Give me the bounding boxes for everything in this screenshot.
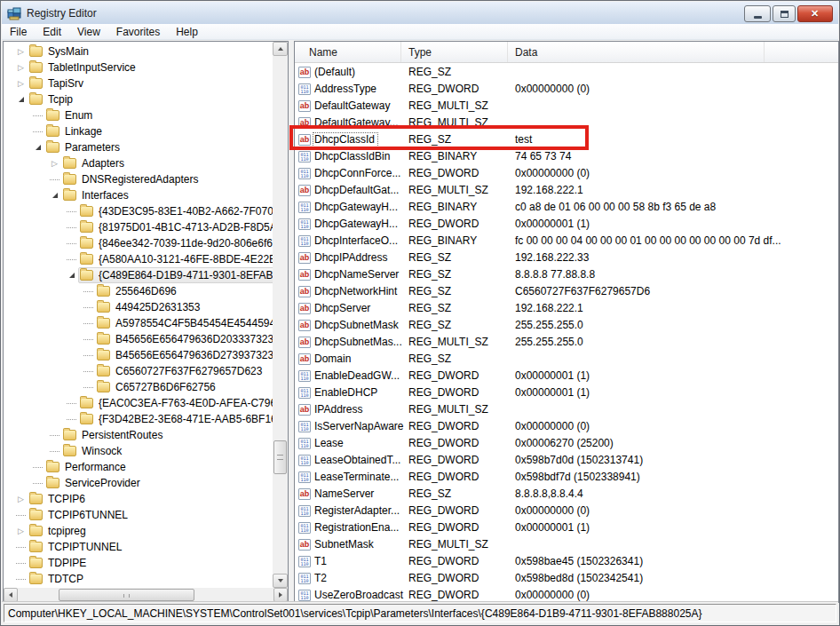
tree-item-449425d2631353[interactable]: 449425D2631353 bbox=[4, 299, 273, 315]
tree-item-tcpiptunnel[interactable]: TCPIPTUNNEL bbox=[4, 539, 273, 555]
tree-item-b45656e656479636d203337323[interactable]: B45656E656479636D203337323 bbox=[4, 331, 273, 347]
value-row-leaseterminate[interactable]: 011110LeaseTerminate...REG_DWORD0x598bdf… bbox=[295, 469, 838, 486]
tree-item-tabletinputservice[interactable]: TabletInputService bbox=[4, 59, 273, 75]
tree-item-label: {EAC0C3EA-F763-4E0D-AFEA-C796A3A bbox=[98, 397, 273, 409]
tree-item-tcpipreg[interactable]: tcpipreg bbox=[4, 523, 273, 539]
value-row-ipaddress[interactable]: abIPAddressREG_MULTI_SZ bbox=[295, 401, 838, 418]
tree-item-c489e864-d1b9-4711-9301-8efab888[interactable]: {C489E864-D1B9-4711-9301-8EFAB888 bbox=[4, 267, 273, 283]
tree-item-81975d01-4b1c-4713-ad2b-f8d5a90[interactable]: {81975D01-4B1C-4713-AD2B-F8D5A90 bbox=[4, 219, 273, 235]
value-row-defaultgateway[interactable]: abDefaultGatewayREG_MULTI_SZ bbox=[295, 98, 838, 115]
tree-item-a5978554c4f5b45454e454459434f5[interactable]: A5978554C4F5B45454E454459434F5 bbox=[4, 315, 273, 331]
value-row-registeradapter[interactable]: 011110RegisterAdapter...REG_DWORD0x00000… bbox=[295, 503, 838, 519]
tree-expander-icon[interactable] bbox=[14, 495, 28, 503]
column-header-data[interactable]: Data bbox=[508, 42, 765, 62]
close-button[interactable] bbox=[797, 5, 833, 22]
menu-view[interactable]: View bbox=[69, 25, 108, 39]
value-row-default[interactable]: ab(Default)REG_SZ bbox=[295, 64, 838, 81]
tree-expander-icon[interactable] bbox=[14, 97, 28, 102]
tree-expander-icon[interactable] bbox=[14, 527, 28, 535]
value-row-nameserver[interactable]: abNameServerREG_SZ8.8.8.8,8.8.4.4 bbox=[295, 486, 838, 503]
tree-item-tcpip[interactable]: Tcpip bbox=[4, 91, 273, 107]
menu-edit[interactable]: Edit bbox=[35, 25, 69, 39]
tree-item-performance[interactable]: Performance bbox=[4, 459, 273, 475]
tree-item-f3d42be2-3e68-471e-aab5-6bf16d5e[interactable]: {F3D42BE2-3E68-471E-AAB5-6BF16D5E bbox=[4, 411, 273, 427]
vertical-scroll-thumb[interactable] bbox=[273, 440, 287, 474]
menu-help[interactable]: Help bbox=[168, 25, 206, 39]
value-row-dhcpsubnetmask[interactable]: abDhcpSubnetMaskREG_SZ255.255.255.0 bbox=[295, 317, 838, 334]
menu-file[interactable]: File bbox=[2, 25, 35, 39]
tree-item-tcpip6tunnel[interactable]: TCPIP6TUNNEL bbox=[4, 507, 273, 523]
tree-expander-icon[interactable] bbox=[14, 64, 28, 72]
tree-expander-icon[interactable] bbox=[48, 193, 61, 198]
value-row-dhcpipaddress[interactable]: abDhcpIPAddressREG_SZ192.168.222.33 bbox=[295, 250, 838, 266]
tree-item-c6560727f637f6279657d623[interactable]: C6560727F637F6279657D623 bbox=[4, 363, 273, 379]
tree-expander-icon[interactable] bbox=[48, 160, 61, 168]
value-row-leaseobtainedt[interactable]: 011110LeaseObtainedT...REG_DWORD0x598b7d… bbox=[295, 452, 838, 469]
tree-expander-icon[interactable] bbox=[14, 48, 28, 56]
value-row-enabledhcp[interactable]: 011110EnableDHCPREG_DWORD0x00000001 (1) bbox=[295, 384, 838, 401]
registry-editor-icon[interactable] bbox=[7, 6, 21, 20]
value-row-defaultgateway[interactable]: abDefaultGateway...REG_MULTI_SZ bbox=[295, 115, 838, 131]
tree-item-label: SysMain bbox=[47, 45, 89, 58]
value-row-isservernapaware[interactable]: 011110IsServerNapAwareREG_DWORD0x0000000… bbox=[295, 418, 838, 435]
tree-expander-icon[interactable] bbox=[14, 80, 28, 88]
tree-item-tdpipe[interactable]: TDPIPE bbox=[4, 555, 273, 571]
tree-item-interfaces[interactable]: Interfaces bbox=[4, 187, 273, 203]
scroll-up-button[interactable] bbox=[273, 42, 288, 56]
tree-item-eac0c3ea-f763-4e0d-afea-c796a3a[interactable]: {EAC0C3EA-F763-4E0D-AFEA-C796A3A bbox=[4, 395, 273, 411]
tree-item-persistentroutes[interactable]: PersistentRoutes bbox=[4, 427, 273, 443]
value-row-dhcpnameserver[interactable]: abDhcpNameServerREG_SZ8.8.8.8 77.88.8.8 bbox=[295, 266, 838, 283]
scroll-down-button[interactable] bbox=[273, 574, 288, 588]
tree-vertical-scrollbar[interactable] bbox=[273, 42, 288, 588]
tree-item-tcpip6[interactable]: TCPIP6 bbox=[4, 491, 273, 507]
title-bar[interactable]: Registry Editor bbox=[2, 2, 838, 24]
tree-item-255646d696[interactable]: 255646D696 bbox=[4, 283, 273, 299]
value-row-dhcpinterfaceo[interactable]: 011110DhcpInterfaceO...REG_BINARYfc 00 0… bbox=[295, 233, 838, 250]
value-row-dhcpnetworkhint[interactable]: abDhcpNetworkHintREG_SZC6560727F637F6279… bbox=[295, 283, 838, 300]
value-row-registrationena[interactable]: 011110RegistrationEna...REG_DWORD0x00000… bbox=[295, 519, 838, 536]
value-row-dhcpdefaultgat[interactable]: abDhcpDefaultGat...REG_MULTI_SZ192.168.2… bbox=[295, 182, 838, 199]
tree-item-846ee342-7039-11de-9d20-806e6f6e69[interactable]: {846ee342-7039-11de-9d20-806e6f6e69 bbox=[4, 235, 273, 251]
tree-item-a580aa10-3121-46fe-8bde-4e22e875[interactable]: {A580AA10-3121-46FE-8BDE-4E22E875 bbox=[4, 251, 273, 267]
value-row-t1[interactable]: 011110T1REG_DWORD0x598bae45 (1502326341) bbox=[295, 553, 838, 570]
value-row-dhcpserver[interactable]: abDhcpServerREG_SZ192.168.222.1 bbox=[295, 300, 838, 317]
menu-favorites[interactable]: Favorites bbox=[108, 25, 168, 39]
value-row-lease[interactable]: 011110LeaseREG_DWORD0x00006270 (25200) bbox=[295, 435, 838, 452]
scroll-right-button[interactable] bbox=[273, 588, 288, 602]
folder-icon bbox=[46, 478, 59, 488]
value-row-t2[interactable]: 011110T2REG_DWORD0x598bed8d (1502342541) bbox=[295, 570, 838, 587]
tree-horizontal-scrollbar[interactable] bbox=[4, 588, 288, 602]
value-row-dhcpconnforce[interactable]: 011110DhcpConnForce...REG_DWORD0x0000000… bbox=[295, 165, 838, 182]
column-header-name[interactable]: Name bbox=[295, 42, 401, 62]
tree-item-enum[interactable]: Enum bbox=[4, 107, 273, 123]
value-row-dhcpgatewayh[interactable]: 011110DhcpGatewayH...REG_DWORD0x00000001… bbox=[295, 216, 838, 233]
maximize-button[interactable] bbox=[773, 5, 796, 22]
value-row-domain[interactable]: abDomainREG_SZ bbox=[295, 351, 838, 368]
tree-item-winsock[interactable]: Winsock bbox=[4, 443, 273, 459]
tree-item-dnsregisteredadapters[interactable]: DNSRegisteredAdapters bbox=[4, 171, 273, 187]
tree-item-tdtcp[interactable]: TDTCP bbox=[4, 571, 273, 587]
tree-item-adapters[interactable]: Adapters bbox=[4, 155, 273, 171]
value-row-dhcpgatewayh[interactable]: 011110DhcpGatewayH...REG_BINARYc0 a8 de … bbox=[295, 199, 838, 216]
tree-item-43de3c95-83e1-40b2-a662-7f0705b8[interactable]: {43DE3C95-83E1-40B2-A662-7F0705B8 bbox=[4, 203, 273, 219]
horizontal-scroll-thumb[interactable] bbox=[59, 589, 194, 601]
value-row-dhcpclassid[interactable]: abDhcpClassIdREG_SZtest bbox=[295, 131, 838, 148]
value-row-usezerobroadcast[interactable]: 011110UseZeroBroadcastREG_DWORD0x0000000… bbox=[295, 587, 838, 602]
tree-expander-icon[interactable] bbox=[65, 273, 78, 278]
tree-expander-icon[interactable] bbox=[31, 145, 44, 150]
tree-item-serviceprovider[interactable]: ServiceProvider bbox=[4, 475, 273, 491]
minimize-button[interactable] bbox=[744, 5, 771, 22]
column-header-type[interactable]: Type bbox=[401, 42, 508, 62]
value-row-dhcpclassidbin[interactable]: 011110DhcpClassIdBinREG_BINARY74 65 73 7… bbox=[295, 148, 838, 165]
tree-item-tapisrv[interactable]: TapiSrv bbox=[4, 75, 273, 91]
scroll-left-button[interactable] bbox=[4, 588, 18, 602]
value-row-enabledeadgw[interactable]: 011110EnableDeadGW...REG_DWORD0x00000001… bbox=[295, 368, 838, 384]
value-row-addresstype[interactable]: 011110AddressTypeREG_DWORD0x00000000 (0) bbox=[295, 81, 838, 98]
value-row-dhcpsubnetmas[interactable]: abDhcpSubnetMas...REG_MULTI_SZ255.255.25… bbox=[295, 334, 838, 351]
tree-item-linkage[interactable]: Linkage bbox=[4, 123, 273, 139]
tree-item-c65727b6d6f62756[interactable]: C65727B6D6F62756 bbox=[4, 379, 273, 395]
value-row-subnetmask[interactable]: abSubnetMaskREG_MULTI_SZ bbox=[295, 536, 838, 553]
tree-item-parameters[interactable]: Parameters bbox=[4, 139, 273, 155]
tree-item-b45656e656479636d273937323[interactable]: B45656E656479636D273937323 bbox=[4, 347, 273, 363]
tree-item-sysmain[interactable]: SysMain bbox=[4, 44, 273, 59]
